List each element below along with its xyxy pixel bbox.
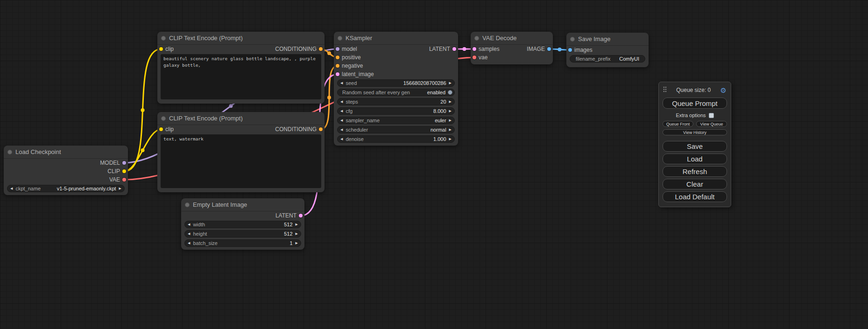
settings-gear-icon[interactable]: ⚙ (720, 87, 727, 94)
widget-steps[interactable]: ◀steps20▶ (337, 98, 455, 105)
decrement-arrow-icon[interactable]: ◀ (185, 240, 193, 246)
port-dot-icon[interactable] (473, 56, 476, 59)
widget-filename-prefix[interactable]: filename_prefixComfyUI (570, 55, 645, 63)
widget-height[interactable]: ◀height512▶ (184, 230, 301, 238)
node-titlebar[interactable]: CLIP Text Encode (Prompt) (157, 112, 325, 125)
input-slot-clip[interactable]: clip (157, 46, 174, 52)
widget-denoise[interactable]: ◀denoise1.000▶ (337, 135, 455, 143)
node-save-image[interactable]: Save Imageimagesfilename_prefixComfyUI (566, 33, 649, 67)
view-history-button[interactable]: View History (663, 129, 727, 135)
widget-width[interactable]: ◀width512▶ (184, 221, 301, 228)
port-dot-icon[interactable] (336, 56, 339, 59)
node-clip-text-encode-negative[interactable]: CLIP Text Encode (Prompt)clipCONDITIONIN… (157, 112, 325, 192)
prompt-textarea[interactable]: text, watermark (161, 134, 321, 188)
port-dot-icon[interactable] (547, 47, 551, 51)
collapse-dot-icon[interactable] (338, 36, 342, 41)
widget-ckpt-name[interactable]: ◀ckpt_namev1-5-pruned-emaonly.ckpt▶ (7, 185, 125, 192)
node-titlebar[interactable]: CLIP Text Encode (Prompt) (157, 32, 325, 45)
increment-arrow-icon[interactable]: ▶ (446, 126, 454, 133)
node-ksampler[interactable]: KSamplermodelLATENTpositivenegativelaten… (334, 32, 458, 146)
output-slot-latent[interactable]: LATENT (275, 212, 304, 219)
toggle-knob-icon[interactable] (448, 90, 452, 95)
node-titlebar[interactable]: VAE Decode (471, 32, 553, 45)
increment-arrow-icon[interactable]: ▶ (293, 221, 301, 228)
input-slot-images[interactable]: images (566, 47, 593, 53)
graph-canvas[interactable]: Load CheckpointMODELCLIPVAE◀ckpt_namev1-… (0, 0, 868, 329)
increment-arrow-icon[interactable]: ▶ (446, 117, 454, 124)
decrement-arrow-icon[interactable]: ◀ (338, 98, 346, 105)
output-slot-vae[interactable]: VAE (109, 176, 128, 183)
port-dot-icon[interactable] (452, 47, 456, 51)
increment-arrow-icon[interactable]: ▶ (446, 80, 454, 86)
load-default-button[interactable]: Load Default (663, 191, 727, 202)
input-slot-negative[interactable]: negative (334, 63, 363, 69)
load-button[interactable]: Load (663, 154, 727, 164)
decrement-arrow-icon[interactable]: ◀ (338, 136, 346, 142)
port-dot-icon[interactable] (122, 169, 126, 173)
port-dot-icon[interactable] (568, 48, 572, 52)
input-slot-clip[interactable]: clip (157, 126, 174, 133)
input-slot-model[interactable]: model (334, 46, 357, 52)
port-dot-icon[interactable] (336, 64, 339, 68)
node-empty-latent-image[interactable]: Empty Latent ImageLATENT◀width512▶◀heigh… (181, 198, 304, 250)
decrement-arrow-icon[interactable]: ◀ (338, 117, 346, 124)
collapse-dot-icon[interactable] (570, 37, 575, 42)
collapse-dot-icon[interactable] (474, 36, 479, 41)
prompt-textarea[interactable]: beautiful scenery nature glass bottle la… (161, 54, 321, 99)
collapse-dot-icon[interactable] (185, 203, 190, 207)
refresh-button[interactable]: Refresh (663, 166, 727, 177)
output-slot-conditioning[interactable]: CONDITIONING (275, 126, 325, 133)
port-dot-icon[interactable] (299, 214, 303, 217)
output-slot-conditioning[interactable]: CONDITIONING (275, 46, 325, 52)
widget-cfg[interactable]: ◀cfg8.000▶ (337, 107, 455, 115)
input-slot-latent-image[interactable]: latent_image (334, 71, 374, 77)
widget-random-seed-after-every-gen[interactable]: Random seed after every genenabled (337, 89, 455, 96)
port-dot-icon[interactable] (319, 127, 323, 131)
node-vae-decode[interactable]: VAE DecodesamplesIMAGEvae (471, 32, 553, 64)
increment-arrow-icon[interactable]: ▶ (446, 98, 454, 105)
collapse-dot-icon[interactable] (161, 116, 166, 121)
decrement-arrow-icon[interactable]: ◀ (185, 231, 193, 237)
output-slot-image[interactable]: IMAGE (527, 46, 553, 52)
node-clip-text-encode-positive[interactable]: CLIP Text Encode (Prompt)clipCONDITIONIN… (157, 32, 325, 104)
node-titlebar[interactable]: Load Checkpoint (4, 146, 128, 159)
decrement-arrow-icon[interactable]: ◀ (338, 80, 346, 86)
decrement-arrow-icon[interactable]: ◀ (185, 221, 193, 228)
port-dot-icon[interactable] (319, 47, 323, 51)
increment-arrow-icon[interactable]: ▶ (293, 231, 301, 237)
output-slot-model[interactable]: MODEL (100, 160, 128, 166)
node-titlebar[interactable]: KSampler (334, 32, 458, 45)
node-titlebar[interactable]: Save Image (566, 33, 649, 46)
queue-front-button[interactable]: Queue Front (663, 121, 693, 127)
save-button[interactable]: Save (663, 141, 727, 152)
queue-prompt-button[interactable]: Queue Prompt (663, 98, 727, 109)
port-dot-icon[interactable] (159, 127, 163, 131)
port-dot-icon[interactable] (122, 161, 126, 165)
output-slot-latent[interactable]: LATENT (429, 46, 458, 52)
node-load-checkpoint[interactable]: Load CheckpointMODELCLIPVAE◀ckpt_namev1-… (4, 146, 128, 195)
decrement-arrow-icon[interactable]: ◀ (338, 126, 346, 133)
widget-sampler-name[interactable]: ◀sampler_nameeuler▶ (337, 117, 455, 124)
collapse-dot-icon[interactable] (7, 150, 12, 154)
node-titlebar[interactable]: Empty Latent Image (181, 198, 304, 211)
widget-batch-size[interactable]: ◀batch_size1▶ (184, 239, 301, 247)
increment-arrow-icon[interactable]: ▶ (293, 240, 301, 246)
decrement-arrow-icon[interactable]: ◀ (7, 185, 15, 192)
port-dot-icon[interactable] (473, 47, 476, 51)
decrement-arrow-icon[interactable]: ◀ (338, 108, 346, 114)
extra-options-checkbox[interactable] (709, 113, 714, 118)
input-slot-vae[interactable]: vae (471, 54, 487, 61)
widget-scheduler[interactable]: ◀schedulernormal▶ (337, 126, 455, 133)
port-dot-icon[interactable] (336, 72, 339, 76)
increment-arrow-icon[interactable]: ▶ (446, 136, 454, 142)
input-slot-samples[interactable]: samples (471, 46, 500, 52)
clear-button[interactable]: Clear (663, 179, 727, 189)
input-slot-positive[interactable]: positive (334, 54, 361, 61)
collapse-dot-icon[interactable] (161, 36, 166, 41)
drag-handle-icon[interactable] (663, 86, 667, 94)
port-dot-icon[interactable] (159, 47, 163, 51)
port-dot-icon[interactable] (122, 178, 126, 182)
widget-seed[interactable]: ◀seed156680208700286▶ (337, 79, 455, 87)
output-slot-clip[interactable]: CLIP (107, 168, 128, 175)
port-dot-icon[interactable] (336, 47, 339, 51)
